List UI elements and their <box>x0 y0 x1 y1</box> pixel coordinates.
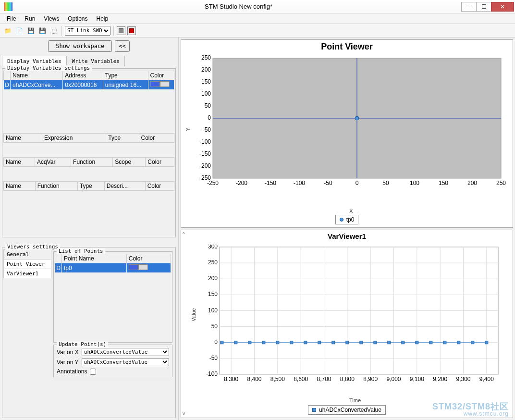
varviewer-panel: ^ VarViewer1 -100-500501001502002503008,… <box>181 230 513 418</box>
svg-rect-70 <box>234 341 237 344</box>
svg-text:-50: -50 <box>209 355 218 361</box>
svg-text:8,800: 8,800 <box>340 376 355 383</box>
svg-text:-150: -150 <box>265 180 276 186</box>
svg-text:150: 150 <box>439 180 448 186</box>
svg-text:200: 200 <box>208 275 218 282</box>
varviewer-title: VarViewer1 <box>181 230 513 242</box>
col-address[interactable]: Address <box>63 71 103 80</box>
col-name[interactable]: Name <box>11 71 63 80</box>
menu-run[interactable]: Run <box>21 14 39 23</box>
svg-rect-71 <box>248 341 251 344</box>
svg-rect-80 <box>374 341 377 344</box>
svg-rect-85 <box>443 341 446 344</box>
table-row[interactable]: D uhADCxConve... 0x20000016 unsigned 16.… <box>4 80 174 90</box>
svg-text:-200: -200 <box>236 180 247 186</box>
save-icon[interactable]: 💾 <box>37 26 47 36</box>
svg-text:250: 250 <box>496 180 506 186</box>
svg-rect-86 <box>457 341 460 344</box>
import-icon[interactable]: ⬚ <box>49 26 59 36</box>
table-row[interactable]: D tp0 <box>55 263 171 273</box>
points-table[interactable]: Point Name Color D tp0 <box>55 254 171 273</box>
acq-table[interactable]: Name AcqVar Function Scope Color <box>3 157 174 167</box>
expr-table[interactable]: Name Expression Type Color <box>3 133 174 143</box>
svg-text:300: 300 <box>208 245 218 250</box>
var-on-x-select[interactable]: uhADCxConvertedValue <box>82 348 169 356</box>
var-on-y-select[interactable]: uhADCxConvertedValue <box>82 358 169 366</box>
svg-text:-200: -200 <box>199 162 211 169</box>
svg-text:8,300: 8,300 <box>224 376 238 383</box>
stop-button[interactable] <box>117 26 125 35</box>
workspace-bar: Show workspace << <box>0 37 178 55</box>
collapse-icon[interactable]: ^ <box>183 232 185 237</box>
menu-options[interactable]: Options <box>64 14 91 23</box>
svg-text:-150: -150 <box>199 150 211 157</box>
svg-text:8,900: 8,900 <box>363 376 378 383</box>
maximize-button[interactable]: ☐ <box>476 2 491 12</box>
svg-rect-73 <box>276 341 279 344</box>
annotations-label: Annotations <box>57 368 87 375</box>
save-all-icon[interactable]: 💾 <box>26 26 36 36</box>
open-folder-icon[interactable]: 📁 <box>3 26 12 36</box>
svg-text:-100: -100 <box>206 371 218 377</box>
vtab-point-viewer[interactable]: Point Viewer <box>3 259 51 269</box>
var-on-y-label: Var on Y <box>57 359 79 366</box>
svg-text:200: 200 <box>201 66 211 73</box>
col-type[interactable]: Type <box>103 71 148 80</box>
toolbar-sep <box>113 26 114 36</box>
menu-views[interactable]: Views <box>40 14 63 23</box>
vtab-varviewer[interactable]: VarViewer1 <box>3 269 51 278</box>
svg-rect-87 <box>471 341 474 344</box>
svg-text:9,000: 9,000 <box>386 376 401 383</box>
collapse-button[interactable]: << <box>115 40 129 52</box>
toolbar: 📁 📄 💾 💾 ⬚ ST-Link SWD <box>0 24 515 37</box>
record-button[interactable] <box>127 26 136 35</box>
svg-text:0: 0 <box>214 339 218 346</box>
varviewer-chart[interactable]: -100-500501001502002503008,3008,4008,500… <box>205 245 503 394</box>
svg-text:-50: -50 <box>203 126 211 133</box>
svg-text:9,100: 9,100 <box>410 376 424 383</box>
viewers-legend: Viewers settings <box>5 244 60 250</box>
svg-rect-78 <box>346 341 349 344</box>
collapse-down-icon[interactable]: v <box>183 411 185 416</box>
svg-text:100: 100 <box>410 180 419 186</box>
svg-text:150: 150 <box>208 291 218 297</box>
vtab-general[interactable]: General <box>3 249 51 259</box>
menu-file[interactable]: File <box>3 14 20 23</box>
svg-text:0: 0 <box>208 114 211 121</box>
svg-text:8,500: 8,500 <box>270 376 285 383</box>
func-table[interactable]: Name Function Type Descri... Color <box>3 181 174 191</box>
svg-text:8,700: 8,700 <box>317 376 331 383</box>
show-workspace-button[interactable]: Show workspace <box>48 40 112 52</box>
svg-text:100: 100 <box>201 90 211 97</box>
new-file-icon[interactable]: 📄 <box>14 26 24 36</box>
svg-rect-76 <box>318 341 321 344</box>
svg-rect-72 <box>262 341 265 344</box>
svg-text:8,400: 8,400 <box>247 376 261 383</box>
svg-rect-69 <box>221 341 223 344</box>
point-viewer-chart[interactable]: -250-200-150-100-50050100150200250-250-2… <box>198 53 506 207</box>
svg-text:9,300: 9,300 <box>456 376 470 383</box>
vv-legend: uhADCxConvertedValue <box>308 405 386 415</box>
svg-text:50: 50 <box>211 323 218 330</box>
display-vars-table[interactable]: Name Address Type Color D uhADCxConve...… <box>3 71 174 90</box>
close-button[interactable]: ✕ <box>491 2 514 12</box>
svg-text:8,600: 8,600 <box>294 376 308 383</box>
display-vars-legend: Display Variables settings <box>5 65 92 71</box>
svg-text:-50: -50 <box>324 180 332 186</box>
svg-point-25 <box>355 116 359 120</box>
svg-rect-84 <box>429 341 432 344</box>
annotations-checkbox[interactable] <box>90 369 96 375</box>
menu-help[interactable]: Help <box>93 14 112 23</box>
connection-select[interactable]: ST-Link SWD <box>65 26 110 36</box>
badge: D <box>4 80 11 90</box>
col-color[interactable]: Color <box>148 71 174 80</box>
svg-rect-82 <box>402 341 405 344</box>
point-viewer-panel: Point Viewer -250-200-150-100-5005010015… <box>181 39 513 228</box>
minimize-button[interactable]: — <box>461 2 477 12</box>
svg-rect-74 <box>290 341 293 344</box>
svg-text:200: 200 <box>467 180 477 186</box>
svg-text:50: 50 <box>382 180 389 186</box>
menubar: File Run Views Options Help <box>0 13 515 24</box>
svg-rect-83 <box>416 341 418 344</box>
svg-rect-75 <box>304 341 307 344</box>
